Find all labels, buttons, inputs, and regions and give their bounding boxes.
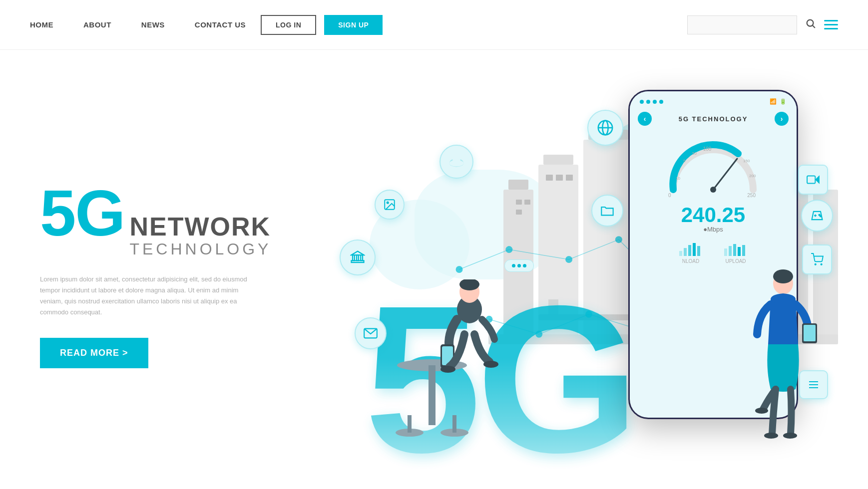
svg-marker-44 bbox=[816, 177, 819, 183]
svg-point-45 bbox=[815, 264, 816, 265]
list-icon bbox=[808, 379, 820, 391]
svg-rect-17 bbox=[556, 175, 563, 181]
svg-rect-86 bbox=[729, 246, 732, 256]
speed-unit: ●Mbps bbox=[703, 226, 723, 233]
svg-point-64 bbox=[773, 269, 793, 283]
download-bar: NLOAD bbox=[678, 241, 703, 264]
svg-text:50: 50 bbox=[692, 151, 697, 156]
nav-news[interactable]: NEWS bbox=[141, 20, 165, 29]
bank-icon bbox=[350, 250, 365, 265]
hero-left: 5G NETWORK TECHNOLOGY Lorem ipsum dolor … bbox=[40, 181, 300, 368]
svg-point-67 bbox=[764, 433, 778, 439]
svg-rect-13 bbox=[516, 200, 522, 205]
svg-rect-5 bbox=[543, 155, 573, 165]
svg-rect-16 bbox=[546, 175, 553, 181]
nav-menu: HOME ABOUT NEWS CONTACT US bbox=[30, 20, 246, 29]
video-icon bbox=[807, 174, 820, 185]
person-seated-svg bbox=[420, 279, 519, 439]
image-icon bbox=[383, 198, 396, 211]
svg-rect-53 bbox=[408, 415, 412, 433]
svg-text:0: 0 bbox=[668, 193, 671, 198]
svg-text:100: 100 bbox=[703, 146, 712, 152]
svg-rect-82 bbox=[688, 245, 691, 256]
header: HOME ABOUT NEWS CONTACT US LOG IN SIGN U… bbox=[0, 0, 868, 50]
download-chart bbox=[678, 241, 703, 256]
mail-icon bbox=[364, 328, 378, 339]
svg-point-30 bbox=[449, 160, 464, 167]
nav-contact[interactable]: CONTACT US bbox=[195, 20, 246, 29]
nav-right bbox=[687, 15, 838, 34]
menu-bar-3 bbox=[824, 28, 838, 29]
dot-3 bbox=[653, 100, 657, 104]
hero-description: Lorem ipsum dolor sit amet, consectetur … bbox=[40, 274, 250, 318]
svg-point-68 bbox=[783, 433, 797, 439]
svg-point-74 bbox=[710, 187, 716, 193]
upload-bar: UPLOAD bbox=[723, 241, 748, 264]
svg-rect-43 bbox=[807, 176, 815, 183]
svg-text:5: 5 bbox=[683, 159, 686, 163]
svg-rect-83 bbox=[693, 243, 696, 256]
nav-auth-buttons: LOG IN SIGN UP bbox=[261, 15, 383, 35]
nav-home[interactable]: HOME bbox=[30, 20, 53, 29]
svg-point-61 bbox=[440, 366, 455, 373]
speedometer-svg: 0 100 250 10 5 150 200 50 bbox=[663, 140, 763, 200]
hero-illustration: 5G bbox=[340, 80, 838, 469]
svg-rect-66 bbox=[804, 325, 816, 341]
hero-technology-text: TECHNOLOGY bbox=[129, 240, 271, 258]
upload-chart bbox=[723, 241, 748, 256]
float-icon-globe bbox=[587, 110, 623, 146]
svg-text:150: 150 bbox=[743, 159, 750, 163]
svg-rect-37 bbox=[352, 260, 364, 262]
speed-value: 240.25 bbox=[681, 205, 745, 226]
nav-about[interactable]: ABOUT bbox=[83, 20, 111, 29]
search-icon-button[interactable] bbox=[805, 18, 816, 32]
menu-bar-2 bbox=[824, 24, 838, 25]
phone-back-btn[interactable]: ‹ bbox=[638, 112, 652, 126]
hamburger-menu-button[interactable] bbox=[824, 20, 838, 29]
chat-dot-2 bbox=[517, 264, 521, 267]
float-icon-mail bbox=[355, 317, 387, 349]
folder-icon bbox=[600, 205, 614, 217]
wifi-icon: 📶 bbox=[770, 98, 777, 105]
person-standing-svg bbox=[748, 269, 818, 439]
phone-forward-btn[interactable]: › bbox=[775, 112, 789, 126]
battery-icon: 🔋 bbox=[780, 98, 787, 105]
read-more-button[interactable]: READ MORE > bbox=[40, 338, 148, 368]
svg-line-1 bbox=[813, 25, 815, 27]
svg-rect-34 bbox=[353, 255, 355, 260]
signup-button[interactable]: SIGN UP bbox=[324, 15, 383, 35]
svg-rect-88 bbox=[738, 247, 741, 256]
search-input[interactable] bbox=[687, 15, 797, 34]
main-content: 5G NETWORK TECHNOLOGY Lorem ipsum dolor … bbox=[0, 50, 868, 489]
svg-rect-81 bbox=[684, 248, 687, 256]
login-button[interactable]: LOG IN bbox=[261, 15, 316, 35]
float-icon-folder bbox=[591, 195, 623, 227]
svg-text:250: 250 bbox=[747, 193, 756, 198]
phone-header: ‹ 5G TECHNOLOGY › bbox=[630, 108, 797, 130]
svg-rect-35 bbox=[357, 255, 359, 260]
float-icon-video bbox=[798, 165, 828, 195]
svg-rect-18 bbox=[566, 175, 573, 181]
svg-line-73 bbox=[713, 159, 737, 190]
svg-rect-3 bbox=[508, 180, 528, 190]
float-icon-cloud bbox=[439, 145, 473, 179]
svg-rect-89 bbox=[742, 245, 745, 256]
float-icon-game bbox=[801, 200, 833, 232]
svg-text:10: 10 bbox=[676, 176, 680, 181]
dot-1 bbox=[640, 100, 644, 104]
hero-5g-prefix: 5G bbox=[40, 181, 124, 245]
hero-title: 5G NETWORK TECHNOLOGY bbox=[40, 181, 300, 258]
speedometer: 0 100 250 10 5 150 200 50 bbox=[663, 140, 763, 200]
svg-point-46 bbox=[821, 264, 822, 265]
download-label: NLOAD bbox=[678, 258, 703, 264]
search-icon bbox=[805, 18, 816, 29]
gamepad-icon bbox=[810, 210, 824, 221]
float-icon-list bbox=[799, 370, 828, 399]
cart-icon bbox=[811, 253, 824, 266]
phone-status-icons: 📶 🔋 bbox=[770, 98, 787, 105]
phone-signal-dots bbox=[640, 100, 663, 104]
float-icon-bank bbox=[340, 240, 376, 275]
svg-point-62 bbox=[483, 361, 498, 368]
svg-rect-85 bbox=[724, 248, 727, 256]
svg-rect-15 bbox=[516, 210, 522, 215]
